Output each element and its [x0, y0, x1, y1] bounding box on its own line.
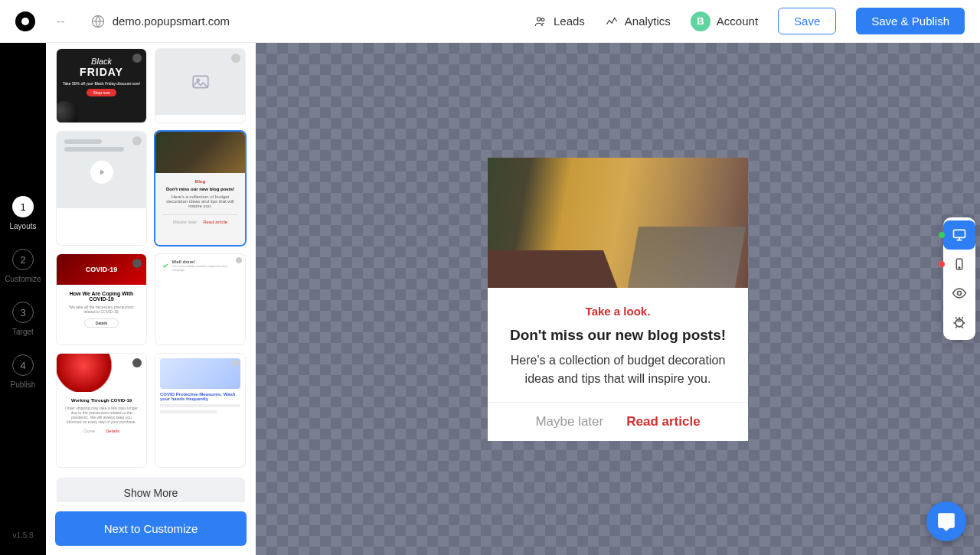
top-bar: -- demo.popupsmart.com Leads Analytics B… — [0, 0, 980, 43]
device-mobile[interactable] — [943, 250, 975, 279]
template-placeholder-image[interactable] — [155, 49, 245, 122]
preview-canvas: Take a look. Don't miss our new blog pos… — [256, 43, 980, 555]
popup-hero-image — [488, 158, 748, 288]
play-icon — [97, 168, 106, 177]
popup-eyebrow: Take a look. — [509, 305, 727, 318]
rail-step-layouts[interactable]: 1 Layouts — [9, 196, 36, 230]
rail-step-publish[interactable]: 4 Publish — [11, 354, 36, 389]
leads-icon — [534, 15, 547, 28]
popup-primary-button[interactable]: Read article — [626, 414, 700, 429]
svg-point-7 — [959, 267, 960, 269]
step-rail: 1 Layouts 2 Customize 3 Target 4 Publish… — [0, 43, 46, 555]
domain-text: demo.popupsmart.com — [113, 15, 230, 28]
device-desktop[interactable] — [943, 220, 975, 250]
template-blackfriday[interactable]: Black FRIDAY Take 50% off your Black Fri… — [57, 49, 146, 122]
popup-preview[interactable]: Take a look. Don't miss our new blog pos… — [488, 158, 748, 441]
image-icon — [191, 72, 211, 92]
template-scroll[interactable]: Black FRIDAY Take 50% off your Black Fri… — [46, 43, 256, 502]
chat-icon — [936, 511, 956, 531]
template-placeholder-video[interactable] — [57, 132, 146, 245]
template-covid[interactable]: COVID-19 How We Are Coping With COVID-19… — [57, 254, 146, 344]
template-wash[interactable]: COVID Protective Measures: Wash your han… — [155, 354, 245, 467]
bug-icon — [952, 315, 967, 330]
device-toolbar — [943, 217, 975, 340]
campaign-title[interactable]: -- — [57, 15, 65, 28]
next-button[interactable]: Next to Customize — [55, 511, 247, 546]
preview-visibility[interactable] — [943, 279, 975, 308]
account-link[interactable]: B Account — [691, 11, 758, 31]
template-panel: Black FRIDAY Take 50% off your Black Fri… — [46, 43, 256, 555]
svg-point-9 — [956, 319, 963, 327]
svg-point-1 — [537, 17, 541, 21]
debug-toggle[interactable] — [943, 308, 975, 337]
svg-point-8 — [958, 292, 962, 295]
template-virus[interactable]: Working Through COVID-19 Order shipping … — [57, 354, 146, 467]
popup-title: Don't miss our new blog posts! — [509, 327, 727, 344]
svg-point-2 — [541, 18, 544, 21]
leads-link[interactable]: Leads — [534, 15, 585, 28]
rail-step-target[interactable]: 3 Target — [12, 302, 34, 336]
globe-icon — [91, 15, 105, 28]
popup-description: Here's a collection of budget decoration… — [509, 351, 727, 388]
domain-display[interactable]: demo.popupsmart.com — [91, 15, 230, 28]
checkmark-icon — [162, 262, 169, 269]
template-blog[interactable]: Blog Don't miss our new blog posts! Here… — [155, 132, 245, 245]
chat-launcher[interactable] — [926, 501, 966, 541]
show-more-button[interactable]: Show More — [57, 478, 245, 502]
status-dot-active — [939, 232, 945, 238]
analytics-link[interactable]: Analytics — [605, 15, 671, 28]
publish-button[interactable]: Save & Publish — [856, 8, 965, 34]
analytics-icon — [605, 15, 619, 28]
svg-rect-5 — [954, 230, 965, 237]
avatar: B — [691, 11, 710, 31]
rail-step-customize[interactable]: 2 Customize — [5, 249, 41, 283]
app-logo[interactable] — [15, 11, 35, 31]
status-dot-inactive — [939, 261, 945, 267]
eye-icon — [952, 286, 967, 301]
version-label: v1.5.8 — [0, 531, 46, 540]
save-button[interactable]: Save — [778, 8, 836, 34]
desktop-icon — [952, 227, 967, 243]
mobile-icon — [952, 257, 966, 271]
popup-secondary-button[interactable]: Maybe later — [535, 414, 603, 429]
template-welldone[interactable]: Well done! You successfully read this im… — [155, 254, 245, 344]
